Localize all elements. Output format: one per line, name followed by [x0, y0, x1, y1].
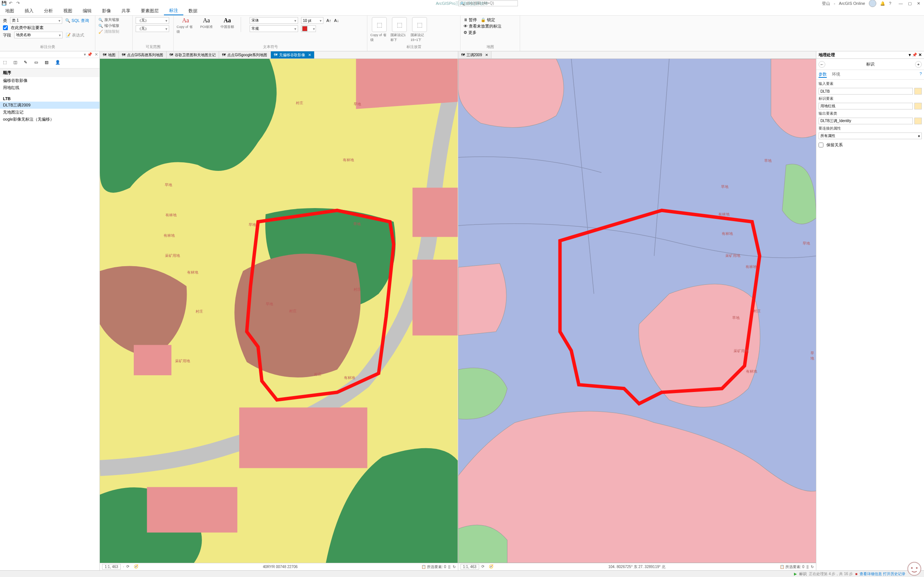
- visible-max-select[interactable]: （无）: [136, 25, 169, 32]
- ribbon-tab[interactable]: 要素图层: [136, 7, 164, 15]
- list-by-label-icon[interactable]: 👤: [55, 60, 62, 67]
- ribbon-tab[interactable]: 编辑: [78, 7, 97, 15]
- layer-item[interactable]: 用地红线: [0, 84, 100, 91]
- list-by-select-icon[interactable]: ▭: [34, 60, 41, 67]
- undo-icon[interactable]: ↶: [9, 1, 14, 6]
- add-icon[interactable]: +: [915, 61, 922, 68]
- text-style-1[interactable]: AaCopy of 省级: [177, 17, 194, 34]
- ribbon-tab[interactable]: 影像: [97, 7, 116, 15]
- more-button[interactable]: ⚙ 更多: [464, 30, 517, 35]
- maximize-button[interactable]: ▢: [908, 1, 912, 6]
- ribbon-tab-active[interactable]: 标注: [164, 7, 183, 15]
- lock-button[interactable]: 🔒 锁定: [481, 17, 495, 23]
- gp-tab-env[interactable]: 环境: [832, 71, 840, 78]
- identity-features-field[interactable]: 用地红线: [819, 103, 913, 110]
- view-tab-active[interactable]: 🗺无偏移谷歌影像✕: [271, 52, 315, 58]
- ribbon-tab[interactable]: 地图: [0, 7, 19, 15]
- view-tab[interactable]: 🗺点点GIS高德系列地图: [119, 52, 166, 58]
- list-by-snap-icon[interactable]: ▨: [45, 60, 52, 67]
- layer-item-selected[interactable]: DLTB三调2009: [0, 102, 100, 109]
- visible-min-select[interactable]: （无）: [136, 17, 169, 24]
- browse-icon[interactable]: [914, 103, 922, 110]
- sql-query-button[interactable]: 🔍 SQL 查询: [65, 18, 89, 23]
- compass-icon[interactable]: 🧭: [489, 564, 494, 569]
- output-features-field[interactable]: DLTB三调_Identity: [819, 118, 913, 124]
- expression-button[interactable]: 📝 表达式: [66, 32, 84, 38]
- ribbon-tab[interactable]: 分析: [39, 7, 58, 15]
- view-tab[interactable]: 🗺点点GISgoogle系列地图: [219, 52, 270, 58]
- redo-icon[interactable]: ↷: [16, 1, 22, 6]
- avatar[interactable]: [869, 0, 876, 7]
- run-icon[interactable]: ▶: [794, 572, 797, 576]
- list-by-source-icon[interactable]: ◫: [13, 60, 20, 67]
- close-icon[interactable]: ✕: [485, 53, 488, 57]
- history-link[interactable]: 查看详细信息 打开历史记录: [859, 571, 905, 577]
- font-style-select[interactable]: 常规: [250, 25, 298, 32]
- scale-tool-icon[interactable]: ·: [123, 565, 124, 569]
- class-select[interactable]: 类 1: [10, 17, 62, 24]
- layer-group[interactable]: LTB: [0, 96, 100, 102]
- notification-icon[interactable]: 🔔: [880, 1, 885, 6]
- close-icon[interactable]: ✕: [308, 53, 311, 57]
- global-search-input[interactable]: 🔍 命令搜索 (Alt+Q): [458, 0, 518, 6]
- placement-style-3[interactable]: ⬚国家说记15~1下: [410, 17, 428, 42]
- ribbon-tab[interactable]: 插入: [19, 7, 39, 15]
- view-tab[interactable]: 🗺谷歌卫星图和天地图主记: [166, 52, 219, 58]
- zoom-out-button[interactable]: 🔍缩小缩放: [99, 23, 129, 28]
- text-style-3[interactable]: Aa中国首都: [218, 17, 236, 29]
- browse-icon[interactable]: [914, 88, 922, 95]
- label-in-class-checkbox[interactable]: [3, 25, 8, 30]
- zoom-in-button[interactable]: 🔍放大缩放: [99, 17, 129, 23]
- back-icon[interactable]: ←: [819, 61, 825, 68]
- rotate-icon[interactable]: ⟳: [126, 564, 131, 569]
- pin-icon[interactable]: ▾ 📌: [909, 53, 917, 57]
- scale-input[interactable]: 1:1, 463: [460, 564, 479, 569]
- font-family-select[interactable]: 宋体: [250, 17, 298, 24]
- gp-tab-params[interactable]: 参数: [819, 71, 827, 78]
- font-color-select[interactable]: [301, 25, 316, 32]
- view-unplaced-button[interactable]: 👁 查看未放置的标注: [464, 23, 517, 29]
- minimize-button[interactable]: —: [899, 1, 903, 6]
- pin-icon[interactable]: ▾ 📌: [84, 52, 92, 57]
- text-style-2[interactable]: AaPOI标准: [197, 17, 215, 29]
- help-icon[interactable]: ?: [919, 71, 922, 78]
- user-name[interactable]: 登山: [822, 1, 830, 6]
- close-icon[interactable]: ✕: [95, 52, 98, 57]
- view-tab-active[interactable]: 🗺三调2009✕: [458, 52, 491, 58]
- increase-font-icon[interactable]: A↑: [326, 18, 331, 23]
- view-tab[interactable]: 🗺地图: [100, 52, 119, 58]
- refresh-icon[interactable]: ↻: [453, 565, 456, 569]
- browse-icon[interactable]: [914, 118, 922, 124]
- pause-draw-icon[interactable]: ||: [448, 565, 450, 569]
- close-icon[interactable]: ✕: [918, 53, 922, 57]
- join-attributes-select[interactable]: 所有属性▾: [819, 132, 922, 139]
- assistant-icon[interactable]: [906, 561, 922, 577]
- save-icon[interactable]: 💾: [2, 1, 7, 6]
- clear-limits-button[interactable]: 🧹清除限制: [99, 29, 129, 34]
- list-by-drawing-icon[interactable]: ⬚: [3, 60, 10, 67]
- layer-item[interactable]: 无地图注记: [0, 109, 100, 116]
- placement-style-2[interactable]: ⬚国家说记1标下: [391, 17, 408, 42]
- field-select[interactable]: 地类名称: [14, 32, 63, 38]
- ribbon-tab[interactable]: 视图: [58, 7, 78, 15]
- font-size-select[interactable]: 10 pt: [301, 17, 323, 24]
- help-icon[interactable]: ?: [889, 1, 891, 6]
- stop-icon[interactable]: ■: [855, 572, 857, 576]
- map-canvas-left[interactable]: 村庄旱地有林地旱地有林地有林地旱地采矿用地有林地旱地旱地村庄村庄村庄采矿用地村庄…: [100, 59, 458, 563]
- layer-item[interactable]: 偏移谷歌影像: [0, 77, 100, 84]
- refresh-icon[interactable]: ↻: [811, 565, 814, 569]
- pause-draw-icon[interactable]: ||: [807, 565, 809, 569]
- ribbon-tab[interactable]: 共享: [116, 7, 136, 15]
- list-by-edit-icon[interactable]: ✎: [24, 60, 31, 67]
- online-label[interactable]: ArcGIS Online: [839, 1, 865, 6]
- ribbon-tab[interactable]: 数据: [183, 7, 203, 15]
- placement-style-1[interactable]: ⬚Copy of 省级: [370, 17, 388, 42]
- close-button[interactable]: ✕: [917, 1, 920, 6]
- layer-item[interactable]: oogle影像无标注（无偏移）: [0, 116, 100, 123]
- decrease-font-icon[interactable]: A↓: [334, 18, 339, 23]
- input-features-field[interactable]: DLTB: [819, 88, 913, 95]
- rotate-icon[interactable]: ⟳: [481, 564, 486, 569]
- pause-button[interactable]: ⏸ 暂停: [464, 17, 477, 23]
- compass-icon[interactable]: 🧭: [134, 564, 139, 569]
- scale-input[interactable]: 1:1, 463: [102, 564, 121, 569]
